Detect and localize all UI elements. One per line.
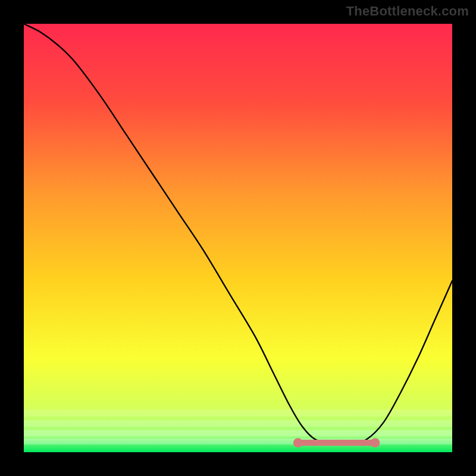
gradient-background [24, 24, 452, 452]
glow-band [24, 439, 452, 444]
glow-band [24, 420, 452, 427]
watermark-text: TheBottleneck.com [346, 4, 469, 19]
glow-band [24, 430, 452, 437]
optimal-range-end-dot [370, 438, 380, 447]
plot-area [24, 24, 452, 452]
chart-frame: TheBottleneck.com [0, 0, 476, 476]
optimal-range-start-dot [293, 438, 303, 447]
chart-svg [24, 24, 452, 452]
